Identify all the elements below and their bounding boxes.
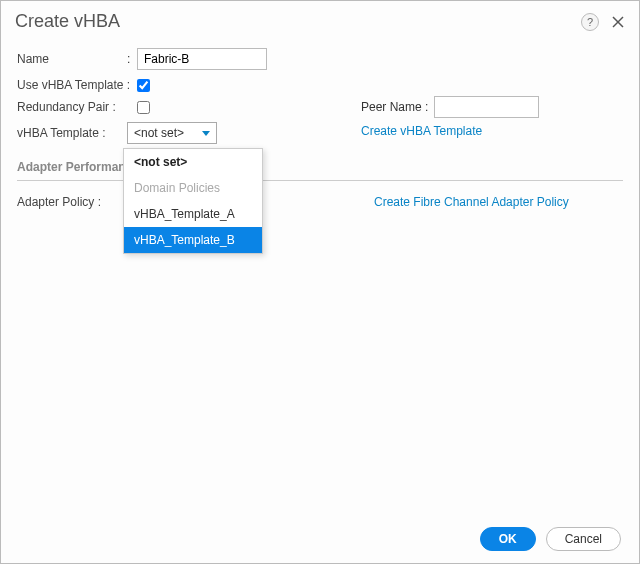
dropdown-item-not-set[interactable]: <not set> <box>124 149 262 175</box>
name-row: Name : <box>17 48 623 70</box>
peer-name-label: Peer Name : <box>361 100 428 114</box>
create-vhba-template-link[interactable]: Create vHBA Template <box>361 124 482 138</box>
vhba-template-label: vHBA Template : <box>17 126 127 140</box>
peer-name-input[interactable] <box>434 96 539 118</box>
peer-name-row: Peer Name : <box>361 96 539 118</box>
dropdown-item-template-a[interactable]: vHBA_Template_A <box>124 201 262 227</box>
help-icon[interactable]: ? <box>581 13 599 31</box>
ok-button[interactable]: OK <box>480 527 536 551</box>
redundancy-label: Redundancy Pair : <box>17 100 137 114</box>
redundancy-checkbox[interactable] <box>137 101 150 114</box>
vhba-template-dropdown[interactable]: <not set> <box>127 122 217 144</box>
vhba-template-selected: <not set> <box>134 126 184 140</box>
create-vhba-dialog: Create vHBA ? Name : Use vHBA Template :… <box>0 0 640 564</box>
titlebar: Create vHBA ? <box>1 1 639 38</box>
use-template-checkbox[interactable] <box>137 79 150 92</box>
dialog-footer: OK Cancel <box>480 527 621 551</box>
vhba-template-dropdown-menu: <not set> Domain Policies vHBA_Template_… <box>123 148 263 254</box>
name-input[interactable] <box>137 48 267 70</box>
cancel-button[interactable]: Cancel <box>546 527 621 551</box>
dialog-title: Create vHBA <box>15 11 120 32</box>
dialog-content: Name : Use vHBA Template : Redundancy Pa… <box>1 38 639 213</box>
name-label: Name <box>17 52 127 66</box>
titlebar-actions: ? <box>581 13 627 31</box>
close-icon[interactable] <box>609 13 627 31</box>
use-template-label: Use vHBA Template : <box>17 78 137 92</box>
use-template-row: Use vHBA Template : <box>17 78 623 92</box>
adapter-performance-header: Adapter Performance Profile <box>17 152 623 181</box>
dropdown-header-domain-policies: Domain Policies <box>124 175 262 201</box>
create-fc-adapter-policy-link[interactable]: Create Fibre Channel Adapter Policy <box>374 195 569 209</box>
dropdown-item-template-b[interactable]: vHBA_Template_B <box>124 227 262 253</box>
vhba-template-row: vHBA Template : <not set> <box>17 122 623 144</box>
adapter-policy-row: Adapter Policy : <not set> Create Fibre … <box>17 191 623 213</box>
adapter-policy-label: Adapter Policy : <box>17 195 127 209</box>
caret-down-icon <box>202 131 210 136</box>
